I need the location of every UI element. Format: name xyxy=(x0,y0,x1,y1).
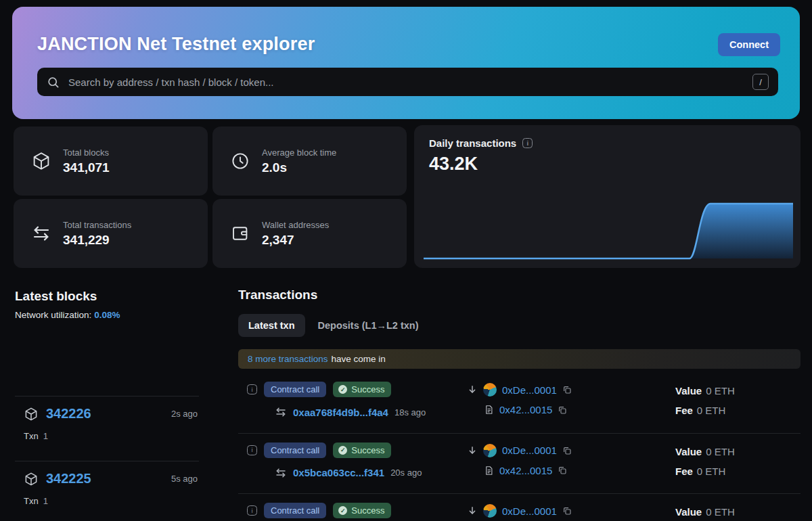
copy-icon[interactable] xyxy=(558,466,567,475)
block-item: 342225 5s ago Txn1 xyxy=(15,461,199,521)
method-badge: Contract call xyxy=(264,443,326,458)
copy-icon[interactable] xyxy=(562,506,572,516)
stat-value: 2,347 xyxy=(262,233,329,248)
network-utilization-value: 0.08% xyxy=(94,310,120,320)
fee-label: Fee xyxy=(675,466,693,477)
stat-label: Wallet addresses xyxy=(262,220,329,230)
cube-icon xyxy=(24,407,39,422)
search-icon xyxy=(47,76,60,89)
txn-count: 1 xyxy=(43,431,48,441)
to-address-link[interactable]: 0x42...0015 xyxy=(499,465,552,476)
stat-label: Total transactions xyxy=(63,220,131,230)
network-utilization-label: Network utilization: xyxy=(15,310,91,320)
search-input[interactable] xyxy=(67,76,745,89)
block-time: 5s ago xyxy=(171,474,198,484)
latest-blocks-heading: Latest blocks xyxy=(15,289,97,304)
value-label: Value xyxy=(675,446,702,457)
txn-label: Txn xyxy=(24,496,39,506)
alert-text: have come in xyxy=(332,354,386,364)
more-transactions-link[interactable]: 8 more transactions xyxy=(248,354,328,364)
value-amount: 0 ETH xyxy=(706,385,735,397)
method-badge: Contract call xyxy=(264,382,326,397)
status-label: Success xyxy=(351,384,384,394)
status-badge: Success xyxy=(333,443,391,458)
stat-value: 341,071 xyxy=(63,160,110,175)
stat-card-total-blocks: Total blocks 341,071 xyxy=(14,127,208,196)
tab-deposits[interactable]: Deposits (L1→L2 txn) xyxy=(308,314,429,337)
status-badge: Success xyxy=(333,503,391,518)
stat-label: Total blocks xyxy=(63,148,110,158)
contract-icon xyxy=(484,405,494,415)
address-avatar xyxy=(483,444,497,457)
connect-button[interactable]: Connect xyxy=(718,33,780,56)
stat-value: 341,229 xyxy=(63,233,131,248)
block-number-link[interactable]: 342226 xyxy=(46,406,91,422)
tx-time: 18s ago xyxy=(394,407,426,417)
latest-blocks-list: 342226 2s ago Txn1 342225 5s ago Txn1 xyxy=(15,396,199,521)
status-badge: Success xyxy=(333,382,391,397)
check-icon xyxy=(338,385,347,394)
tx-info-icon[interactable] xyxy=(247,445,257,455)
wallet-icon xyxy=(230,223,250,244)
tx-hash-link[interactable]: 0x5bca063cc...f341 xyxy=(293,467,384,478)
tx-info-icon[interactable] xyxy=(247,505,257,516)
arrow-down-icon xyxy=(467,505,478,516)
check-icon xyxy=(338,506,347,515)
search-shortcut-hint: / xyxy=(752,74,769,90)
from-address-link[interactable]: 0xDe...0001 xyxy=(502,445,557,456)
to-address-link[interactable]: 0x42...0015 xyxy=(499,404,552,415)
search-bar[interactable]: / xyxy=(37,68,778,96)
fee-amount: 0 ETH xyxy=(697,466,726,477)
value-label: Value xyxy=(675,385,702,397)
tab-latest-txn[interactable]: Latest txn xyxy=(238,314,305,337)
copy-icon[interactable] xyxy=(558,405,567,415)
stat-card-total-transactions: Total transactions 341,229 xyxy=(14,199,208,268)
transaction-row: Contract call Success 0xDe. xyxy=(238,494,800,521)
block-item: 342226 2s ago Txn1 xyxy=(15,396,199,461)
transactions-tabs: Latest txn Deposits (L1→L2 txn) xyxy=(238,314,800,337)
clock-icon xyxy=(230,151,250,171)
copy-icon[interactable] xyxy=(562,385,572,394)
tx-hash-link[interactable]: 0xaa768f4d9b...f4a4 xyxy=(293,407,388,418)
transaction-icon xyxy=(275,467,287,479)
transactions-section: Transactions Latest txn Deposits (L1→L2 … xyxy=(238,288,800,521)
transactions-heading: Transactions xyxy=(238,288,800,302)
cube-icon xyxy=(31,151,51,171)
daily-transactions-card: Daily transactions 43.2K xyxy=(414,125,800,268)
value-amount: 0 ETH xyxy=(706,506,735,518)
status-label: Success xyxy=(351,505,384,516)
txn-count: 1 xyxy=(43,496,48,506)
info-icon[interactable] xyxy=(522,138,533,148)
stat-card-wallet-addresses: Wallet addresses 2,347 xyxy=(212,199,407,268)
from-address-link[interactable]: 0xDe...0001 xyxy=(502,505,557,517)
method-badge: Contract call xyxy=(264,503,326,518)
stat-value: 2.0s xyxy=(262,160,336,175)
daily-transactions-value: 43.2K xyxy=(429,154,478,175)
tx-time: 20s ago xyxy=(390,468,422,478)
status-label: Success xyxy=(351,445,384,455)
txn-label: Txn xyxy=(24,431,39,441)
cube-icon xyxy=(24,472,39,486)
page-title: JANCTION Net Testnet explorer xyxy=(37,34,315,55)
arrow-down-icon xyxy=(467,445,478,456)
tx-info-icon[interactable] xyxy=(247,384,257,394)
transaction-row: Contract call Success 0x5bca063cc...f341… xyxy=(238,434,800,495)
contract-icon xyxy=(484,466,494,476)
address-avatar xyxy=(483,504,497,518)
new-transactions-alert: 8 more transactions have come in xyxy=(238,349,800,369)
transaction-row: Contract call Success 0xaa768f4d9b...f4a… xyxy=(238,373,800,434)
daily-transactions-title: Daily transactions xyxy=(429,137,516,149)
copy-icon[interactable] xyxy=(562,446,572,455)
network-utilization: Network utilization:0.08% xyxy=(15,310,120,320)
transaction-icon xyxy=(275,406,287,418)
transactions-list: Contract call Success 0xaa768f4d9b...f4a… xyxy=(238,373,800,521)
fee-amount: 0 ETH xyxy=(697,405,726,416)
block-time: 2s ago xyxy=(171,409,198,419)
value-amount: 0 ETH xyxy=(706,446,735,457)
from-address-link[interactable]: 0xDe...0001 xyxy=(502,384,557,396)
value-label: Value xyxy=(675,506,702,518)
hero-banner: JANCTION Net Testnet explorer Connect / xyxy=(12,7,800,119)
check-icon xyxy=(338,446,347,455)
block-number-link[interactable]: 342225 xyxy=(46,471,91,486)
daily-transactions-sparkline xyxy=(424,196,798,260)
